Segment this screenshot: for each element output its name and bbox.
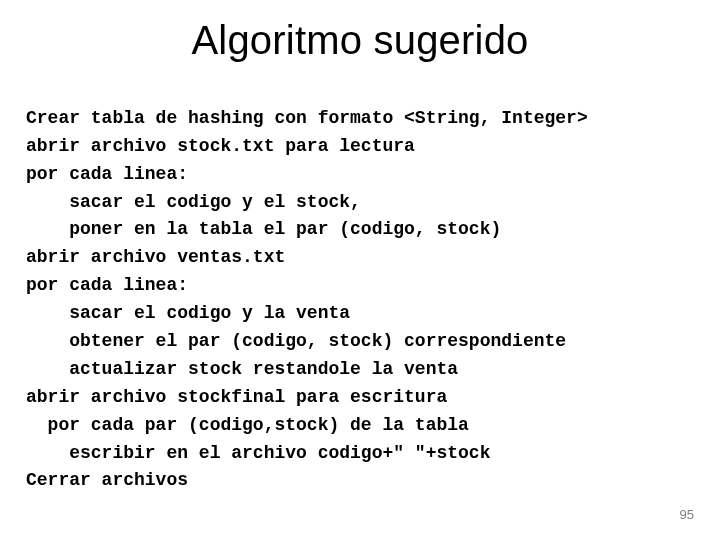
- code-line: sacar el codigo y el stock,: [26, 192, 361, 212]
- code-line: escribir en el archivo codigo+" "+stock: [26, 443, 490, 463]
- slide: Algoritmo sugerido Crear tabla de hashin…: [0, 0, 720, 540]
- code-line: abrir archivo stockfinal para escritura: [26, 387, 447, 407]
- slide-title: Algoritmo sugerido: [24, 18, 696, 63]
- code-line: por cada par (codigo,stock) de la tabla: [26, 415, 469, 435]
- code-line: sacar el codigo y la venta: [26, 303, 350, 323]
- page-number: 95: [680, 507, 694, 522]
- code-line: por cada linea:: [26, 275, 188, 295]
- code-line: por cada linea:: [26, 164, 188, 184]
- code-line: poner en la tabla el par (codigo, stock): [26, 219, 501, 239]
- code-line: abrir archivo stock.txt para lectura: [26, 136, 415, 156]
- code-line: Cerrar archivos: [26, 470, 188, 490]
- code-line: actualizar stock restandole la venta: [26, 359, 458, 379]
- code-line: abrir archivo ventas.txt: [26, 247, 285, 267]
- code-line: Crear tabla de hashing con formato <Stri…: [26, 108, 588, 128]
- code-line: obtener el par (codigo, stock) correspon…: [26, 331, 566, 351]
- pseudocode-block: Crear tabla de hashing con formato <Stri…: [26, 77, 696, 495]
